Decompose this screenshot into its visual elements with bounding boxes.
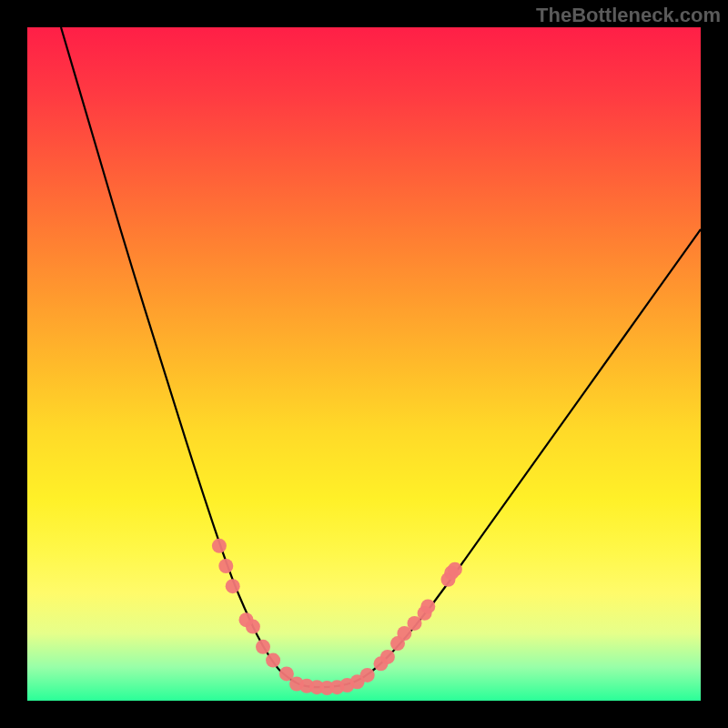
data-point: [246, 620, 260, 634]
data-point: [218, 559, 233, 573]
data-point: [226, 579, 240, 593]
chart-svg: [27, 27, 701, 701]
data-point: [266, 653, 280, 668]
data-point: [256, 640, 270, 654]
data-point: [212, 539, 227, 553]
data-point: [420, 599, 435, 613]
bottleneck-curve: [61, 27, 701, 687]
data-point: [360, 668, 375, 682]
watermark-text: TheBottleneck.com: [536, 4, 721, 27]
data-point: [448, 562, 462, 577]
data-point: [380, 650, 395, 664]
plot-area: [27, 27, 701, 701]
